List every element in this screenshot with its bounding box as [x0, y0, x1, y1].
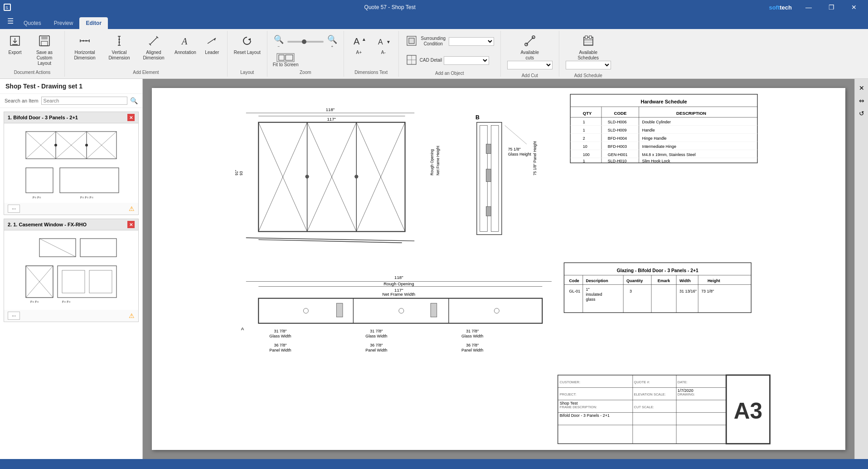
svg-rect-67	[62, 270, 85, 293]
available-schedules-select[interactable]	[566, 61, 611, 69]
item-footer: ··· ⚠	[4, 203, 138, 215]
leader-button[interactable]: Leader	[201, 33, 223, 57]
svg-text:Hardware Schedule: Hardware Schedule	[641, 99, 687, 104]
available-schedules-button[interactable]: Available Schedules	[563, 33, 614, 71]
ribbon-group-layout: Reset Layout Layout	[228, 31, 267, 77]
document-actions-content: Export Save as Custom Layout	[4, 33, 61, 68]
list-item: 2. 1. Casement Window - FX-RHO ✕	[4, 219, 139, 322]
aligned-dimension-button[interactable]: Aligned Dimension	[137, 33, 170, 63]
horizontal-dimension-button[interactable]: Horizontal Dimension	[68, 33, 101, 63]
svg-point-119	[354, 175, 358, 178]
surrounding-condition-select[interactable]	[449, 37, 494, 46]
svg-line-16	[150, 37, 157, 44]
svg-text:118": 118"	[394, 275, 403, 280]
text-increase-button[interactable]: A ▲ A+	[348, 33, 370, 57]
svg-text:Double Cylinder: Double Cylinder	[642, 120, 671, 124]
item-close-button[interactable]: ✕	[127, 114, 135, 121]
zoom-out-button[interactable]: 🔍 −	[271, 33, 286, 50]
minimize-button[interactable]: —	[798, 0, 819, 15]
zoom-in-icon: 🔍	[327, 34, 337, 44]
surrounding-condition-label: Surrounding Condition	[420, 36, 447, 47]
horizontal-dimension-icon	[78, 34, 91, 49]
svg-rect-166	[336, 303, 343, 317]
svg-text:PROJECT:: PROJECT:	[560, 392, 576, 396]
svg-text:QTY: QTY	[583, 111, 592, 116]
svg-text:117": 117"	[327, 117, 336, 122]
export-icon	[9, 34, 21, 49]
search-button[interactable]: 🔍	[130, 97, 138, 104]
export-label: Export	[9, 50, 22, 55]
svg-text:SLD-H006: SLD-H006	[608, 120, 627, 124]
annotation-button[interactable]: A Annotation	[172, 33, 199, 57]
available-cuts-icon	[524, 34, 536, 49]
surrounding-condition-button[interactable]: Surrounding Condition	[402, 33, 497, 50]
svg-point-169	[399, 308, 404, 313]
rotate-panel-button[interactable]: ↺	[856, 108, 867, 119]
item-close-button[interactable]: ✕	[127, 221, 135, 228]
fit-to-screen-button[interactable]: Fit to Screen	[271, 52, 301, 68]
item-header: 2. 1. Casement Window - FX-RHO ✕	[4, 219, 138, 230]
add-cut-label: Add Cut	[522, 73, 538, 78]
svg-text:1: 1	[583, 120, 585, 124]
item-more-button[interactable]: ···	[8, 205, 20, 213]
svg-text:M4.8 x 19mm, Stainless Steel: M4.8 x 19mm, Stainless Steel	[642, 152, 695, 157]
svg-text:F= F=: F= F=	[62, 300, 71, 303]
item-more-button[interactable]: ···	[8, 312, 20, 320]
save-custom-layout-icon	[38, 34, 51, 49]
title-bar-left: S	[4, 4, 11, 11]
svg-text:100: 100	[583, 152, 590, 157]
restore-button[interactable]: ❐	[821, 0, 842, 15]
svg-text:Glass Width: Glass Width	[365, 334, 387, 338]
svg-text:Glass Height: Glass Height	[508, 152, 532, 156]
zoom-content: 🔍 − 🔍 + Fit to	[271, 33, 340, 68]
text-decrease-button[interactable]: A ▼ A-	[372, 33, 395, 57]
reset-layout-label: Reset Layout	[234, 50, 261, 55]
search-input[interactable]	[41, 97, 127, 105]
vertical-dimension-button[interactable]: Vertical Dimension	[103, 33, 136, 63]
hamburger-menu[interactable]: ☰	[4, 13, 17, 29]
svg-text:F= F=: F= F=	[33, 196, 41, 199]
cad-detail-select[interactable]	[444, 56, 489, 65]
tab-preview[interactable]: Preview	[48, 17, 80, 29]
resize-panel-button[interactable]: ⇔	[856, 95, 867, 106]
main-drawing-svg: Hardware Schedule QTY CODE DESCRIPTION 1…	[152, 88, 845, 450]
export-button[interactable]: Export	[4, 33, 26, 57]
tab-editor[interactable]: Editor	[79, 17, 108, 29]
save-custom-layout-button[interactable]: Save as Custom Layout	[28, 33, 61, 68]
zoom-slider-container	[287, 41, 324, 43]
svg-text:36 7/8": 36 7/8"	[466, 343, 479, 347]
drawing-canvas: Hardware Schedule QTY CODE DESCRIPTION 1…	[152, 88, 845, 450]
svg-line-60	[39, 239, 76, 257]
dimensions-text-label: Dimensions Text	[354, 70, 388, 75]
tab-quotes[interactable]: Quotes	[17, 17, 48, 29]
svg-text:Hinge Handle: Hinge Handle	[642, 136, 666, 141]
canvas-area[interactable]: Hardware Schedule QTY CODE DESCRIPTION 1…	[143, 79, 854, 459]
item-preview: F= F= F= F= F=	[4, 123, 138, 203]
zoom-slider[interactable]	[287, 41, 324, 43]
ribbon-group-add-cut: Available cuts Add Cut	[501, 31, 559, 77]
svg-text:A: A	[181, 36, 188, 46]
svg-text:Height: Height	[708, 278, 720, 283]
svg-text:Code: Code	[569, 278, 579, 283]
close-button[interactable]: ✕	[844, 0, 864, 15]
available-cuts-select[interactable]	[507, 61, 553, 69]
svg-text:GL-01: GL-01	[569, 289, 580, 293]
fit-to-screen-icon	[276, 53, 295, 62]
cad-detail-button[interactable]: CAD Detail	[402, 52, 492, 69]
zoom-buttons: 🔍 − 🔍 +	[271, 33, 340, 50]
svg-text:F= F=: F= F=	[30, 300, 39, 303]
reset-layout-button[interactable]: Reset Layout	[231, 33, 263, 57]
svg-text:Net Frame Height: Net Frame Height	[436, 146, 440, 176]
svg-text:Emark: Emark	[658, 278, 670, 283]
svg-text:A: A	[241, 326, 244, 331]
svg-rect-66	[58, 266, 116, 298]
cad-detail-icon	[405, 54, 418, 67]
zoom-in-button[interactable]: 🔍 +	[325, 33, 340, 50]
ribbon: Export Save as Custom Layout Document Ac…	[0, 29, 868, 79]
svg-rect-6	[41, 36, 48, 39]
svg-text:glass: glass	[586, 297, 596, 302]
available-cuts-button[interactable]: Available cuts	[504, 33, 555, 71]
svg-line-120	[246, 238, 414, 241]
title-bar-controls: softtech — ❐ ✕	[769, 0, 864, 15]
close-panel-button[interactable]: ✕	[856, 83, 867, 93]
